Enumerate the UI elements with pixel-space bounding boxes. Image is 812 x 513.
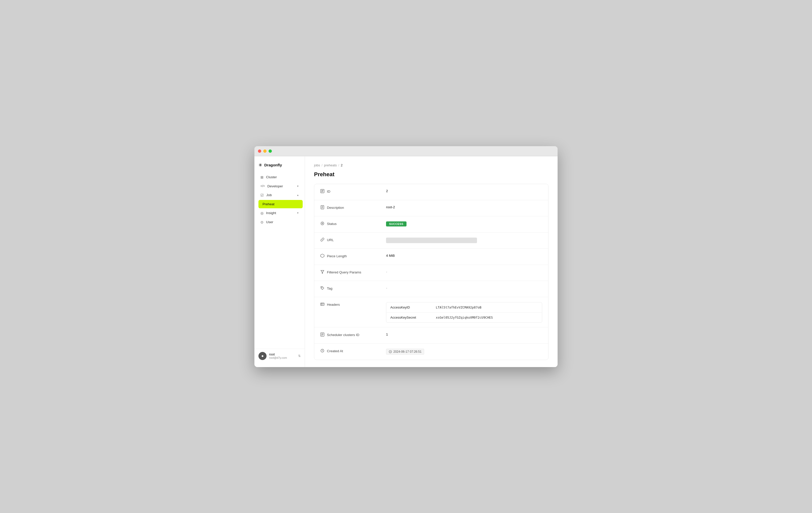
app-window: ✳ Dragonfly ⊞ Cluster </> Developer ▾ ☑ …	[254, 146, 558, 367]
field-value-headers: AccessKeyID LTAl5t7afhEvVZCMA92p87oB Acc…	[386, 302, 542, 323]
job-icon: ☑	[260, 193, 264, 197]
close-button[interactable]	[258, 149, 261, 153]
sidebar-item-job[interactable]: ☑ Job ▴	[256, 191, 303, 200]
field-label-filtered-query: Filtered Query Params	[320, 269, 386, 275]
field-value-created-at: 2024-06-17 07:26:51	[386, 348, 542, 355]
svg-point-8	[321, 222, 324, 225]
svg-point-12	[322, 287, 322, 288]
field-scheduler-id: Scheduler clusters ID 1	[314, 327, 548, 343]
label-text: Created At	[327, 349, 343, 353]
cluster-icon: ⊞	[260, 175, 263, 179]
field-label-id: ID	[320, 189, 386, 194]
header-key-1: AccessKeySecret	[390, 315, 436, 320]
user-profile[interactable]: ● root root@d7y.com ⇅	[254, 349, 305, 363]
field-label-status: Status	[320, 221, 386, 226]
sidebar-item-developer[interactable]: </> Developer ▾	[256, 182, 303, 190]
avatar: ●	[258, 352, 266, 360]
sidebar-nav: ⊞ Cluster </> Developer ▾ ☑ Job ▴ Prehea…	[254, 173, 305, 349]
field-value-description: root-2	[386, 205, 542, 209]
timestamp-clock-icon	[389, 350, 392, 353]
sidebar-item-label: Job	[266, 193, 272, 197]
sidebar: ✳ Dragonfly ⊞ Cluster </> Developer ▾ ☑ …	[254, 156, 305, 367]
id-icon	[320, 189, 324, 194]
piece-length-icon	[320, 254, 324, 259]
app-layout: ✳ Dragonfly ⊞ Cluster </> Developer ▾ ☑ …	[254, 156, 558, 367]
field-description: Description root-2	[314, 200, 548, 216]
breadcrumb-jobs[interactable]: jobs	[314, 163, 320, 167]
svg-point-9	[322, 223, 323, 224]
field-url: URL	[314, 233, 548, 249]
field-piece-length: Piece Length 4 MiB	[314, 249, 548, 265]
sidebar-item-cluster[interactable]: ⊞ Cluster	[256, 173, 303, 182]
status-icon	[320, 221, 324, 226]
scheduler-icon	[320, 332, 324, 337]
field-value-url	[386, 237, 542, 243]
breadcrumb-current: 2	[341, 163, 343, 167]
label-text: URL	[327, 238, 334, 242]
chevron-down-icon: ▾	[297, 185, 299, 188]
user-name: root	[269, 353, 296, 356]
svg-marker-10	[321, 254, 324, 258]
insight-icon: ◎	[260, 211, 263, 215]
field-value-piece-length: 4 MiB	[386, 253, 542, 258]
field-label-scheduler-id: Scheduler clusters ID	[320, 332, 386, 337]
field-status: Status SUCCESS	[314, 216, 548, 233]
field-value-scheduler-id: 1	[386, 332, 542, 336]
breadcrumb-sep-1: /	[322, 163, 323, 167]
breadcrumb-sep-2: /	[338, 163, 339, 167]
svg-marker-11	[321, 270, 324, 273]
label-text: Piece Length	[327, 254, 347, 258]
user-icon: ⊙	[260, 220, 263, 224]
timestamp-badge: 2024-06-17 07:26:51	[386, 349, 424, 355]
field-label-description: Description	[320, 205, 386, 210]
headers-icon	[320, 302, 324, 307]
field-headers: Headers AccessKeyID LTAl5t7afhEvVZCMA92p…	[314, 297, 548, 327]
chevron-up-icon: ▴	[297, 193, 299, 197]
breadcrumb-preheats[interactable]: preheats	[324, 163, 337, 167]
field-label-piece-length: Piece Length	[320, 253, 386, 259]
filter-icon	[320, 270, 324, 275]
tag-icon	[320, 286, 324, 291]
sidebar-item-label: Insight	[266, 211, 276, 215]
url-icon	[320, 238, 324, 242]
breadcrumb: jobs / preheats / 2	[314, 163, 549, 167]
dragonfly-logo-icon: ✳	[258, 162, 262, 168]
field-label-url: URL	[320, 237, 386, 242]
label-text: ID	[327, 190, 330, 193]
header-row-0: AccessKeyID LTAl5t7afhEvVZCMA92p87oB	[386, 302, 542, 312]
field-label-headers: Headers	[320, 302, 386, 307]
field-id: ID 2	[314, 184, 548, 200]
label-text: Description	[327, 206, 344, 210]
field-value-filtered-query: -	[386, 269, 542, 274]
timestamp-value: 2024-06-17 07:26:51	[394, 350, 422, 354]
page-title: Preheat	[314, 171, 549, 178]
sidebar-logo: ✳ Dragonfly	[254, 160, 305, 173]
label-text: Scheduler clusters ID	[327, 333, 359, 337]
minimize-button[interactable]	[263, 149, 266, 153]
status-badge: SUCCESS	[386, 221, 406, 227]
field-label-tag: Tag	[320, 285, 386, 291]
field-tag: Tag -	[314, 281, 548, 297]
svg-rect-13	[321, 303, 324, 305]
preheat-detail-card: ID 2	[314, 184, 549, 360]
sidebar-item-label: Developer	[267, 184, 283, 188]
main-content: jobs / preheats / 2 Preheat	[305, 156, 558, 367]
headers-table: AccessKeyID LTAl5t7afhEvVZCMA92p87oB Acc…	[386, 302, 542, 323]
field-filtered-query: Filtered Query Params -	[314, 265, 548, 281]
sidebar-item-preheat[interactable]: Preheat	[258, 200, 303, 208]
user-chevron-icon: ⇅	[298, 354, 301, 358]
sidebar-item-label: Cluster	[266, 175, 277, 179]
sidebar-item-insight[interactable]: ◎ Insight ▾	[256, 209, 303, 217]
user-info: root root@d7y.com	[269, 353, 296, 359]
maximize-button[interactable]	[268, 149, 272, 153]
field-value-tag: -	[386, 285, 542, 290]
sidebar-item-label: User	[266, 220, 273, 224]
user-email: root@d7y.com	[269, 356, 296, 359]
clock-icon	[320, 349, 324, 354]
description-icon	[320, 205, 324, 210]
label-text: Tag	[327, 286, 332, 290]
app-name: Dragonfly	[264, 163, 282, 167]
header-key-0: AccessKeyID	[390, 305, 436, 309]
field-value-id: 2	[386, 189, 542, 193]
sidebar-item-user[interactable]: ⊙ User	[256, 218, 303, 227]
